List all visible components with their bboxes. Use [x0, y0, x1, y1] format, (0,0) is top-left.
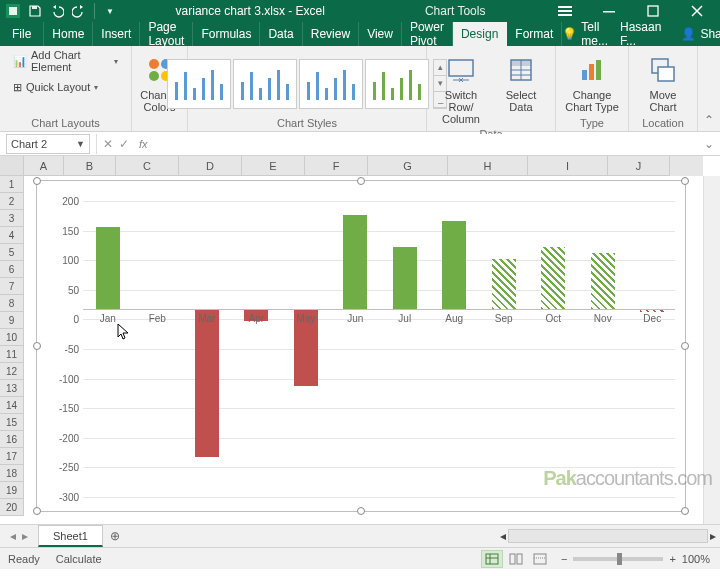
add-chart-element-button[interactable]: 📊Add Chart Element▾ — [6, 50, 125, 72]
x-tick-label: Feb — [149, 313, 166, 324]
horizontal-scrollbar[interactable]: ◂▸ — [127, 525, 720, 547]
share-button[interactable]: 👤Share — [673, 27, 720, 41]
col-header[interactable]: F — [305, 156, 368, 176]
redo-icon[interactable] — [72, 4, 86, 18]
undo-icon[interactable] — [50, 4, 64, 18]
ribbon-options-icon[interactable] — [544, 0, 586, 22]
chart-style-1[interactable] — [167, 59, 231, 109]
col-header[interactable]: H — [448, 156, 528, 176]
tab-design[interactable]: Design — [453, 22, 507, 46]
name-box[interactable]: Chart 2▼ — [6, 134, 90, 154]
col-header[interactable]: E — [242, 156, 305, 176]
svg-rect-20 — [596, 60, 601, 80]
move-chart-button[interactable]: Move Chart — [635, 50, 691, 116]
row-header[interactable]: 13 — [0, 380, 24, 397]
column-headers[interactable]: ABCDEFGHIJ — [24, 156, 703, 176]
tab-data[interactable]: Data — [260, 22, 302, 46]
tab-view[interactable]: View — [359, 22, 402, 46]
chart-bar[interactable] — [343, 215, 367, 310]
formula-input[interactable] — [152, 134, 698, 154]
chart-bar[interactable] — [393, 247, 417, 309]
row-header[interactable]: 2 — [0, 193, 24, 210]
page-break-view-icon[interactable] — [529, 550, 551, 568]
sheet-nav-prev-icon[interactable]: ◂ — [10, 529, 16, 543]
user-name[interactable]: Hasaan F... — [614, 20, 667, 48]
page-layout-view-icon[interactable] — [505, 550, 527, 568]
chart-bar[interactable] — [541, 247, 565, 309]
row-header[interactable]: 18 — [0, 465, 24, 482]
row-header[interactable]: 5 — [0, 244, 24, 261]
col-header[interactable]: B — [64, 156, 116, 176]
row-header[interactable]: 4 — [0, 227, 24, 244]
row-header[interactable]: 16 — [0, 431, 24, 448]
cancel-formula-icon[interactable]: ✕ — [103, 137, 113, 151]
row-header[interactable]: 7 — [0, 278, 24, 295]
zoom-out-icon[interactable]: − — [561, 553, 567, 565]
fx-label[interactable]: fx — [135, 138, 152, 150]
row-header[interactable]: 11 — [0, 346, 24, 363]
change-chart-type-button[interactable]: Change Chart Type — [562, 50, 622, 116]
chart-bar[interactable] — [492, 259, 516, 309]
minimize-icon[interactable] — [588, 0, 630, 22]
worksheet-grid[interactable]: ABCDEFGHIJ 12345678910111213141516171819… — [0, 156, 720, 524]
ribbon-tabs: File Home Insert Page Layout Formulas Da… — [0, 22, 720, 46]
col-header[interactable]: C — [116, 156, 179, 176]
row-header[interactable]: 14 — [0, 397, 24, 414]
chart-bar[interactable] — [96, 227, 120, 310]
row-header[interactable]: 9 — [0, 312, 24, 329]
tab-review[interactable]: Review — [303, 22, 359, 46]
row-header[interactable]: 20 — [0, 499, 24, 516]
tab-formulas[interactable]: Formulas — [193, 22, 260, 46]
collapse-ribbon-icon[interactable]: ⌃ — [698, 46, 720, 131]
sheet-nav-next-icon[interactable]: ▸ — [22, 529, 28, 543]
sheet-tab-1[interactable]: Sheet1 — [38, 525, 103, 547]
chart-style-3[interactable] — [299, 59, 363, 109]
tab-page-layout[interactable]: Page Layout — [140, 22, 193, 46]
row-header[interactable]: 1 — [0, 176, 24, 193]
new-sheet-icon[interactable]: ⊕ — [103, 525, 127, 547]
chart-style-4[interactable] — [365, 59, 429, 109]
tell-me[interactable]: 💡Tell me... — [562, 20, 608, 48]
chart-bar[interactable] — [442, 221, 466, 310]
zoom-in-icon[interactable]: + — [669, 553, 675, 565]
chevron-down-icon[interactable]: ▼ — [76, 139, 85, 149]
quick-layout-button[interactable]: ⊞Quick Layout▾ — [6, 76, 105, 98]
chart-plot-area[interactable] — [83, 191, 675, 485]
qat-customize-icon[interactable]: ▼ — [103, 4, 117, 18]
col-header[interactable]: A — [24, 156, 64, 176]
row-header[interactable]: 12 — [0, 363, 24, 380]
tab-file[interactable]: File — [0, 22, 44, 46]
switch-row-column-button[interactable]: Switch Row/ Column — [433, 50, 489, 128]
tab-format[interactable]: Format — [507, 22, 562, 46]
row-header[interactable]: 15 — [0, 414, 24, 431]
col-header[interactable]: J — [608, 156, 670, 176]
row-header[interactable]: 6 — [0, 261, 24, 278]
chart-bar[interactable] — [591, 253, 615, 309]
tab-home[interactable]: Home — [44, 22, 93, 46]
row-header[interactable]: 8 — [0, 295, 24, 312]
tab-power-pivot[interactable]: Power Pivot — [402, 22, 453, 46]
y-tick-label: -250 — [41, 462, 79, 473]
enter-formula-icon[interactable]: ✓ — [119, 137, 129, 151]
col-header[interactable]: I — [528, 156, 608, 176]
zoom-level[interactable]: 100% — [682, 553, 710, 565]
row-header[interactable]: 3 — [0, 210, 24, 227]
tab-insert[interactable]: Insert — [93, 22, 140, 46]
chart-style-2[interactable] — [233, 59, 297, 109]
zoom-slider[interactable] — [573, 557, 663, 561]
row-headers[interactable]: 1234567891011121314151617181920 — [0, 176, 24, 516]
select-all-cell[interactable] — [0, 156, 24, 176]
row-header[interactable]: 17 — [0, 448, 24, 465]
chart-bar[interactable] — [195, 309, 219, 457]
chart-object[interactable]: 200150100500-50-100-150-200-250-300JanFe… — [36, 180, 686, 512]
col-header[interactable]: G — [368, 156, 448, 176]
normal-view-icon[interactable] — [481, 550, 503, 568]
row-header[interactable]: 10 — [0, 329, 24, 346]
save-icon[interactable] — [28, 4, 42, 18]
select-data-button[interactable]: Select Data — [493, 50, 549, 116]
col-header[interactable]: D — [179, 156, 242, 176]
expand-formula-bar-icon[interactable]: ⌄ — [698, 137, 720, 151]
row-header[interactable]: 19 — [0, 482, 24, 499]
close-icon[interactable] — [676, 0, 718, 22]
maximize-icon[interactable] — [632, 0, 674, 22]
